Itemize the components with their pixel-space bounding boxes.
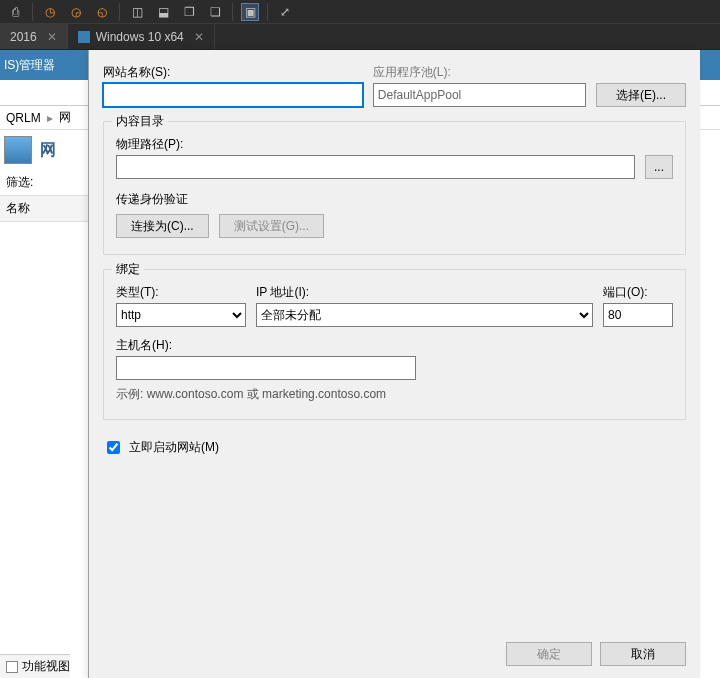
sitename-input[interactable] <box>103 83 363 107</box>
select-apppool-button[interactable]: 选择(E)... <box>596 83 686 107</box>
group-title: 内容目录 <box>112 113 168 130</box>
ip-label: IP 地址(I): <box>256 284 593 301</box>
printer-icon[interactable]: ⎙ <box>6 3 24 21</box>
apppool-input <box>373 83 586 107</box>
hostname-label: 主机名(H): <box>116 337 673 354</box>
content-directory-group: 内容目录 物理路径(P): ... 传递身份验证 连接为(C)... 测试设置(… <box>103 121 686 255</box>
vm-tab-win10[interactable]: Windows 10 x64 ✕ <box>68 24 215 49</box>
sites-icon <box>4 136 32 164</box>
type-select[interactable]: http <box>116 303 246 327</box>
start-now-input[interactable] <box>107 441 120 454</box>
windows-icon <box>78 31 90 43</box>
clock2-icon[interactable]: ◶ <box>67 3 85 21</box>
close-icon[interactable]: ✕ <box>194 30 204 44</box>
port-input[interactable] <box>603 303 673 327</box>
fullscreen-icon[interactable]: ⤢ <box>276 3 294 21</box>
hostname-hint: 示例: www.contoso.com 或 marketing.contoso.… <box>116 386 673 403</box>
port-label: 端口(O): <box>603 284 673 301</box>
sites-heading: 网 <box>0 130 100 170</box>
chevron-right-icon: ▸ <box>47 111 53 125</box>
close-icon[interactable]: ✕ <box>47 30 57 44</box>
ip-select[interactable]: 全部未分配 <box>256 303 593 327</box>
column-header-name[interactable]: 名称 <box>0 195 100 222</box>
add-website-dialog: 网站名称(S): 应用程序池(L): 选择(E)... 内容目录 物理路径(P)… <box>88 50 700 678</box>
layout2-icon[interactable]: ⬓ <box>154 3 172 21</box>
filter-label: 筛选: <box>0 170 100 195</box>
hostname-input[interactable] <box>116 356 416 380</box>
view-icon <box>6 661 18 673</box>
physical-path-input[interactable] <box>116 155 635 179</box>
sitename-label: 网站名称(S): <box>103 64 363 81</box>
test-settings-button: 测试设置(G)... <box>219 214 324 238</box>
clock3-icon[interactable]: ◵ <box>93 3 111 21</box>
group-title: 绑定 <box>112 261 144 278</box>
physical-path-label: 物理路径(P): <box>116 136 673 153</box>
iis-footer: 功能视图 <box>0 654 70 678</box>
layout1-icon[interactable]: ◫ <box>128 3 146 21</box>
start-now-checkbox[interactable]: 立即启动网站(M) <box>103 438 686 457</box>
ok-button: 确定 <box>506 642 592 666</box>
passthrough-label: 传递身份验证 <box>116 191 673 208</box>
clock1-icon[interactable]: ◷ <box>41 3 59 21</box>
binding-group: 绑定 类型(T): http IP 地址(I): 全部未分配 端口(O): <box>103 269 686 420</box>
vmware-toolbar: ⎙ ◷ ◶ ◵ ◫ ⬓ ❐ ❏ ▣ ⤢ <box>0 0 720 24</box>
layout3-icon[interactable]: ❐ <box>180 3 198 21</box>
layout4-icon[interactable]: ❏ <box>206 3 224 21</box>
vmware-tabbar: 2016 ✕ Windows 10 x64 ✕ <box>0 24 720 50</box>
cancel-button[interactable]: 取消 <box>600 642 686 666</box>
vm-tab-2016[interactable]: 2016 ✕ <box>0 24 68 49</box>
apppool-label: 应用程序池(L): <box>373 64 586 81</box>
connect-as-button[interactable]: 连接为(C)... <box>116 214 209 238</box>
browse-path-button[interactable]: ... <box>645 155 673 179</box>
console-icon[interactable]: ▣ <box>241 3 259 21</box>
view-label[interactable]: 功能视图 <box>22 658 70 675</box>
tab-label: 2016 <box>10 30 37 44</box>
tab-label: Windows 10 x64 <box>96 30 184 44</box>
type-label: 类型(T): <box>116 284 246 301</box>
